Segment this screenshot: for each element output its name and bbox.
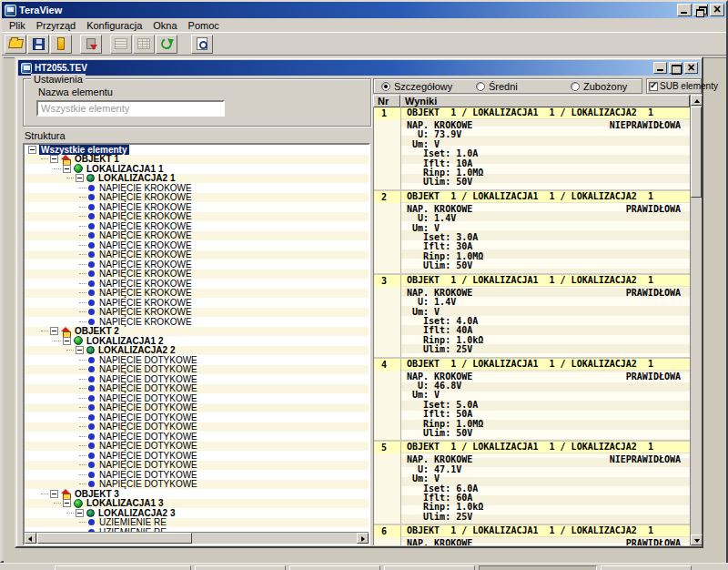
restore-button[interactable] [693, 4, 708, 16]
menu-item-4[interactable]: Okna [147, 19, 182, 32]
tree-item-measurement[interactable]: UZIEMIENIE RE [25, 518, 369, 528]
doc-minimize-button[interactable] [653, 62, 667, 74]
taskbar-button[interactable] [55, 565, 191, 570]
report-table-button[interactable] [133, 35, 155, 54]
doc-maximize-button[interactable] [669, 62, 682, 74]
tree-horizontal-scrollbar[interactable] [25, 532, 369, 544]
tree-item-loc2-1[interactable]: LOKALIZACJA2 1 [25, 174, 369, 184]
tree-item-loc1-3[interactable]: LOKALIZACJA1 3 [25, 499, 369, 509]
tree-item-measurement[interactable]: NAPIĘCIE KROKOWE [25, 212, 369, 222]
tree-item-loc1-2[interactable]: LOKALIZACJA1 2 [25, 336, 369, 346]
result-row[interactable]: 1OBJEKT 1 / LOKALIZACJA1 1 / LOKALIZACJA… [374, 107, 690, 191]
exit-button[interactable] [50, 35, 72, 54]
tree-item-object-2[interactable]: OBJEKT 2 [25, 327, 369, 337]
document-titlebar[interactable]: HT2055.TEV [18, 60, 700, 76]
tree-item-measurement[interactable]: NAPIĘCIE KROKOWE [25, 308, 369, 318]
sub-elements-option[interactable]: SUB elementy [646, 78, 702, 94]
tree-item-loc2-2[interactable]: LOKALIZACJA2 2 [25, 346, 369, 356]
taskbar-button[interactable] [479, 565, 597, 570]
column-header-nr[interactable]: Nr [373, 95, 400, 107]
tree-item-measurement[interactable]: NAPIĘCIE DOTYKOWE [25, 412, 369, 422]
result-row[interactable]: 6OBJEKT 1 / LOKALIZACJA1 1 / LOKALIZACJA… [374, 525, 690, 545]
result-row[interactable]: 5OBJEKT 1 / LOKALIZACJA1 1 / LOKALIZACJA… [374, 442, 690, 525]
preview-button[interactable] [191, 35, 213, 54]
menu-item-5[interactable]: Pomoc [183, 19, 225, 32]
column-header-wyniki[interactable]: Wyniki [400, 95, 690, 107]
tree-item-measurement[interactable]: NAPIĘCIE DOTYKOWE [25, 451, 369, 461]
tree-item-measurement[interactable]: NAPIĘCIE DOTYKOWE [25, 403, 369, 413]
scroll-right-button[interactable] [357, 533, 369, 544]
radio-icon[interactable] [381, 82, 390, 91]
radio-icon[interactable] [476, 82, 485, 91]
collapse-icon[interactable] [50, 327, 58, 335]
collapse-icon[interactable] [63, 499, 71, 507]
tree-item-measurement[interactable]: NAPIĘCIE DOTYKOWE [25, 393, 369, 403]
tree-item-measurement[interactable]: NAPIĘCIE KROKOWE [25, 183, 369, 193]
result-row[interactable]: 3OBJEKT 1 / LOKALIZACJA1 1 / LOKALIZACJA… [374, 275, 690, 359]
collapse-icon[interactable] [50, 490, 58, 498]
tree-item-measurement[interactable]: NAPIĘCIE KROKOWE [25, 202, 369, 212]
report-list-button[interactable] [110, 35, 132, 54]
collapse-icon[interactable] [76, 509, 84, 517]
element-name-input[interactable] [36, 100, 225, 117]
save-button[interactable] [27, 35, 49, 54]
tree-item-measurement[interactable]: NAPIĘCIE DOTYKOWE [25, 461, 369, 471]
radio-icon[interactable] [571, 82, 580, 91]
scroll-left-button[interactable] [25, 533, 36, 544]
collapse-icon[interactable] [63, 165, 71, 173]
download-button[interactable] [80, 35, 102, 54]
results-vertical-scrollbar[interactable] [690, 95, 702, 545]
collapse-icon[interactable] [50, 155, 58, 163]
tree-item-measurement[interactable]: NAPIĘCIE KROKOWE [25, 279, 369, 289]
menu-item-1[interactable]: Plik [4, 19, 31, 32]
menu-item-2[interactable]: Przyrząd [31, 19, 81, 32]
tree-item-measurement[interactable]: NAPIĘCIE DOTYKOWE [25, 442, 369, 452]
radio-detail-1[interactable]: Szczegółowy [381, 81, 452, 92]
radio-detail-2[interactable]: Średni [476, 81, 518, 92]
tree-hscroll-thumb[interactable] [37, 533, 192, 544]
tree-item-loc2-3[interactable]: LOKALIZACJA2 3 [25, 508, 369, 518]
results-vscroll-thumb[interactable] [691, 107, 702, 198]
collapse-icon[interactable] [63, 337, 71, 345]
collapse-icon[interactable] [28, 146, 36, 154]
tree-item-measurement[interactable]: NAPIĘCIE DOTYKOWE [25, 384, 369, 394]
scroll-up-button[interactable] [691, 95, 703, 106]
minimize-button[interactable] [677, 4, 692, 16]
taskbar-button[interactable] [384, 565, 475, 570]
tree-item-measurement[interactable]: NAPIĘCIE DOTYKOWE [25, 480, 369, 490]
taskbar-button[interactable] [289, 565, 380, 570]
tree-item-measurement[interactable]: NAPIĘCIE KROKOWE [25, 193, 369, 203]
tree-item-measurement[interactable]: NAPIĘCIE KROKOWE [25, 289, 369, 299]
close-button[interactable] [710, 4, 724, 16]
tree-item-measurement[interactable]: NAPIĘCIE KROKOWE [25, 270, 369, 280]
open-button[interactable] [5, 35, 26, 54]
result-row[interactable]: 2OBJEKT 1 / LOKALIZACJA1 1 / LOKALIZACJA… [374, 191, 690, 275]
tree-item-measurement[interactable]: NAPIĘCIE KROKOWE [25, 317, 369, 327]
collapse-icon[interactable] [76, 174, 84, 182]
tree-item-measurement[interactable]: NAPIĘCIE DOTYKOWE [25, 365, 369, 375]
tree-item-measurement[interactable]: NAPIĘCIE KROKOWE [25, 240, 369, 250]
taskbar-button[interactable] [195, 565, 286, 570]
tree-item-measurement[interactable]: NAPIĘCIE DOTYKOWE [25, 432, 369, 442]
doc-close-button[interactable] [684, 62, 698, 74]
menu-item-3[interactable]: Konfiguracja [81, 19, 147, 32]
tree-item-measurement[interactable]: NAPIĘCIE DOTYKOWE [25, 355, 369, 365]
collapse-icon[interactable] [76, 346, 84, 354]
refresh-button[interactable] [156, 35, 177, 54]
tree-item-loc1-1[interactable]: LOKALIZACJA1 1 [25, 164, 369, 174]
tree-item-measurement[interactable]: NAPIĘCIE DOTYKOWE [25, 422, 369, 433]
tree-item-object-1[interactable]: OBJEKT 1 [25, 155, 369, 165]
tree-item-root[interactable]: Wszystkie elementy [25, 145, 369, 155]
tree-item-measurement[interactable]: NAPIĘCIE KROKOWE [25, 260, 369, 270]
result-row[interactable]: 4OBJEKT 1 / LOKALIZACJA1 1 / LOKALIZACJA… [374, 359, 690, 443]
sub-elements-checkbox[interactable] [649, 82, 658, 91]
tree-item-measurement[interactable]: NAPIĘCIE KROKOWE [25, 231, 369, 241]
tree-item-measurement[interactable]: NAPIĘCIE DOTYKOWE [25, 374, 369, 384]
radio-detail-3[interactable]: Zubożony [571, 81, 627, 92]
tree-item-measurement[interactable]: NAPIĘCIE DOTYKOWE [25, 470, 369, 480]
tree-item-object-3[interactable]: OBJEKT 3 [25, 489, 369, 499]
tree-item-measurement[interactable]: NAPIĘCIE KROKOWE [25, 250, 369, 260]
main-titlebar[interactable]: TeraView [2, 2, 726, 18]
scroll-down-button[interactable] [691, 534, 703, 545]
tree-item-measurement[interactable]: NAPIĘCIE KROKOWE [25, 298, 369, 308]
